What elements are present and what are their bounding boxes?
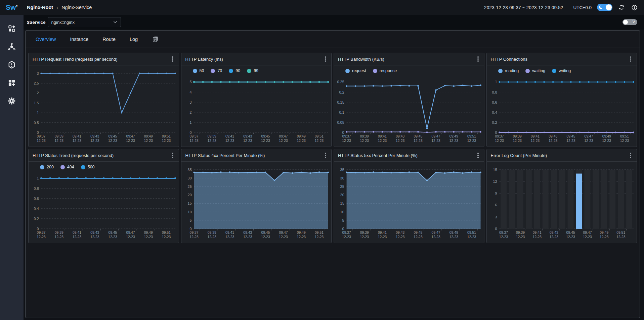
version-toggle[interactable]: V (622, 19, 637, 25)
breadcrumb-root[interactable]: Nginx-Root (27, 5, 53, 10)
legend-item-99[interactable]: 99 (247, 68, 258, 73)
refresh-button[interactable] (618, 4, 625, 11)
card-menu-button[interactable] (171, 55, 175, 63)
svg-text:09:43: 09:43 (243, 231, 252, 234)
legend-label: request (352, 68, 366, 73)
legend-item-90[interactable]: 90 (229, 68, 240, 73)
svg-text:12-23: 12-23 (378, 139, 387, 143)
legend-item-writing[interactable]: writing (552, 68, 571, 73)
svg-text:12-23: 12-23 (55, 139, 64, 143)
svg-text:12-23: 12-23 (396, 235, 405, 239)
svg-text:0: 0 (37, 130, 39, 135)
moon-icon (598, 5, 603, 11)
svg-text:12-23: 12-23 (414, 139, 423, 143)
svg-text:9: 9 (495, 191, 497, 195)
legend-dot (193, 69, 197, 73)
svg-text:0.15: 0.15 (337, 100, 344, 104)
svg-text:12-23: 12-23 (225, 139, 234, 143)
svg-text:09:45: 09:45 (261, 135, 270, 138)
svg-text:09:45: 09:45 (108, 231, 117, 234)
sidebar-item-settings[interactable] (0, 93, 24, 111)
card-menu-button[interactable] (629, 55, 633, 63)
svg-text:09:45: 09:45 (566, 135, 575, 138)
svg-text:2: 2 (37, 91, 39, 95)
legend-item-50[interactable]: 50 (193, 68, 204, 73)
svg-text:09:37: 09:37 (37, 135, 46, 138)
svg-text:0.25: 0.25 (337, 80, 344, 84)
card-menu-button[interactable] (629, 151, 633, 159)
svg-text:0: 0 (189, 227, 191, 231)
legend-item-request[interactable]: request (345, 68, 366, 73)
svg-text:09:43: 09:43 (90, 135, 99, 138)
svg-text:12-23: 12-23 (261, 139, 270, 143)
legend-item-waiting[interactable]: waiting (525, 68, 545, 73)
legend-item-reading[interactable]: reading (498, 68, 519, 73)
sidebar-item-alarms[interactable] (0, 56, 24, 74)
tab-instance[interactable]: Instance (70, 37, 88, 42)
svg-text:0.5: 0.5 (34, 121, 39, 125)
chart-title: HTTP Connections (491, 57, 528, 62)
dashboards-icon (7, 24, 16, 34)
sidebar-item-dashboards[interactable] (0, 20, 24, 38)
service-bar: $Service nginx::nginx V (24, 15, 644, 30)
svg-text:12-23: 12-23 (207, 235, 216, 239)
svg-text:09:41: 09:41 (378, 135, 387, 138)
chart-canvas: 0510152025303509:3712-2309:3912-2309:411… (334, 162, 484, 242)
legend-label: reading (505, 68, 519, 73)
card-menu-button[interactable] (324, 151, 328, 159)
chart-card: HTTP Status Trend (requests per second)2… (28, 149, 179, 243)
svg-text:09:37: 09:37 (495, 135, 504, 138)
svg-text:1: 1 (189, 120, 191, 124)
main-area: $Service nginx::nginx V OverviewInstance… (24, 15, 644, 320)
app-logo[interactable]: Sw’ (0, 3, 24, 11)
legend-dot (247, 69, 251, 73)
svg-text:0: 0 (189, 130, 191, 135)
legend-dot (229, 69, 233, 73)
svg-text:09:47: 09:47 (126, 135, 135, 138)
svg-text:09:51: 09:51 (315, 135, 324, 138)
svg-text:12-23: 12-23 (37, 139, 46, 143)
time-range-picker[interactable]: 2023-12-23 09:37 ~ 2023-12-23 09:52 (484, 5, 563, 10)
svg-text:09:43: 09:43 (549, 135, 557, 138)
tab-overview[interactable]: Overview (36, 37, 56, 42)
svg-text:12-23: 12-23 (602, 139, 611, 143)
svg-text:0.8: 0.8 (34, 186, 39, 191)
legend-dot (40, 165, 44, 169)
svg-text:0: 0 (495, 130, 497, 135)
chart-legend: 50709099 (193, 68, 259, 73)
tab-log[interactable]: Log (130, 37, 138, 42)
sidebar-item-marketplace[interactable] (0, 74, 24, 93)
svg-text:09:37: 09:37 (499, 231, 508, 234)
legend-dot (498, 69, 503, 73)
tab-route[interactable]: Route (102, 37, 116, 42)
svg-text:30: 30 (187, 176, 191, 180)
svg-text:12-23: 12-23 (620, 139, 629, 143)
card-menu-button[interactable] (476, 55, 480, 63)
legend-item-response[interactable]: response (373, 68, 397, 73)
card-menu-button[interactable] (324, 55, 328, 63)
legend-label: 200 (47, 165, 54, 169)
svg-text:3: 3 (37, 71, 39, 75)
chart-legend: requestresponse (345, 68, 397, 73)
legend-item-404[interactable]: 404 (60, 165, 74, 169)
svg-text:10: 10 (340, 210, 344, 214)
svg-text:12-23: 12-23 (261, 235, 270, 239)
dark-mode-toggle[interactable] (597, 4, 612, 11)
svg-text:12-23: 12-23 (225, 235, 234, 239)
documents-icon[interactable] (152, 36, 159, 43)
chart-body: requestresponse00.050.10.150.20.2509:371… (334, 65, 484, 147)
card-menu-button[interactable] (476, 151, 480, 159)
card-menu-button[interactable] (171, 151, 175, 159)
legend-item-70[interactable]: 70 (211, 68, 222, 73)
sidebar-item-topology[interactable] (0, 38, 24, 56)
chart-card: HTTP Status 5xx Percent Per Minute (%)05… (334, 149, 484, 243)
service-select[interactable]: nginx::nginx (48, 17, 121, 27)
legend-item-200[interactable]: 200 (40, 165, 54, 169)
service-select-value: nginx::nginx (51, 20, 113, 25)
svg-text:0.2: 0.2 (492, 120, 497, 124)
svg-text:09:51: 09:51 (315, 231, 324, 234)
breadcrumb-current: Nginx-Service (61, 5, 92, 10)
info-icon[interactable] (631, 4, 638, 11)
legend-item-500[interactable]: 500 (81, 165, 95, 169)
svg-text:0: 0 (37, 227, 39, 231)
